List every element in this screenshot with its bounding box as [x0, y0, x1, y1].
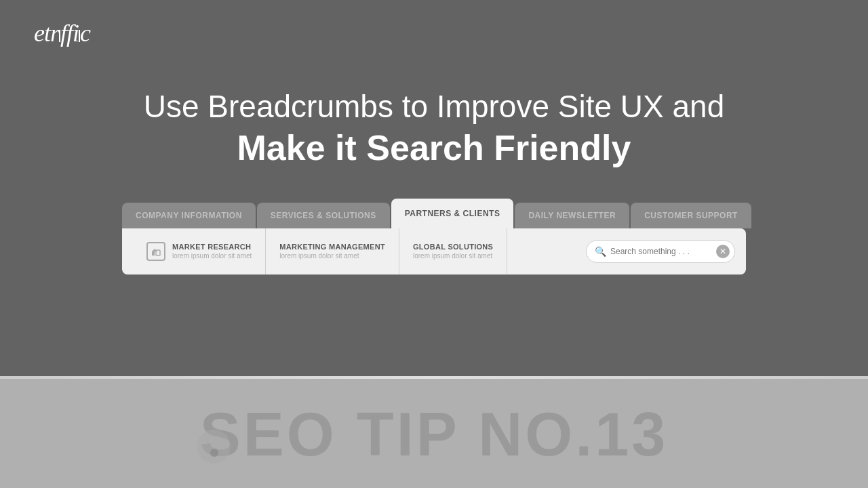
headline-line1: Use Breadcrumbs to Improve Site UX and [144, 88, 724, 125]
tab-customer-support[interactable]: CUSTOMER SUPPORT [631, 203, 751, 228]
market-research-icon [146, 242, 165, 261]
bullet-decoration [197, 430, 231, 464]
search-close-button[interactable]: ✕ [716, 245, 730, 258]
logo: etrffic [34, 19, 90, 47]
top-section: etrffic Use Breadcrumbs to Improve Site … [0, 0, 868, 376]
menu-item-global-solutions[interactable]: GLOBAL SOLUTIONS lorem ipsum dolor sit a… [399, 228, 507, 274]
search-area[interactable]: 🔍 ✕ [586, 240, 735, 263]
search-icon: 🔍 [595, 246, 606, 257]
headline-line2: Make it Search Friendly [144, 125, 724, 171]
tab-company-information[interactable]: COMPANY INFORMATION [122, 203, 256, 228]
search-input[interactable] [610, 247, 712, 256]
logo-text: etrffic [34, 20, 90, 47]
bullet-inner [210, 449, 218, 457]
seo-tip-text: SEO TIP NO.13 [200, 400, 669, 470]
global-solutions-text: GLOBAL SOLUTIONS lorem ipsum dolor sit a… [413, 243, 493, 260]
tab-partners-clients[interactable]: PARTNERS & CLIENTS [391, 199, 514, 228]
headline-area: Use Breadcrumbs to Improve Site UX and M… [144, 88, 724, 171]
tab-daily-newsletter[interactable]: DAILY NEWSLETTER [515, 203, 629, 228]
menu-item-marketing-management[interactable]: MARKETING MANAGEMENT lorem ipsum dolor s… [266, 228, 399, 274]
breadcrumb-nav: COMPANY INFORMATION SERVICES & SOLUTIONS… [122, 199, 746, 274]
marketing-management-text: MARKETING MANAGEMENT lorem ipsum dolor s… [279, 243, 385, 260]
tab-services-solutions[interactable]: SERVICES & SOLUTIONS [257, 203, 390, 228]
content-row: MARKET RESEARCH lorem ipsum dolor sit am… [122, 228, 746, 274]
market-research-text: MARKET RESEARCH lorem ipsum dolor sit am… [172, 243, 252, 260]
menu-item-market-research[interactable]: MARKET RESEARCH lorem ipsum dolor sit am… [133, 228, 266, 274]
bottom-section: SEO TIP NO.13 [0, 379, 868, 488]
tabs-row: COMPANY INFORMATION SERVICES & SOLUTIONS… [122, 199, 751, 228]
